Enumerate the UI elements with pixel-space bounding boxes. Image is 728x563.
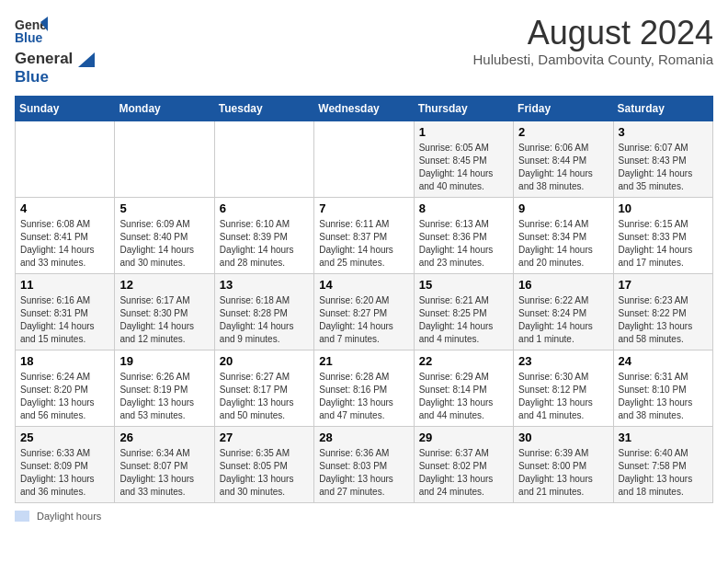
calendar-cell: 27Sunrise: 6:35 AM Sunset: 8:05 PM Dayli…: [214, 427, 313, 503]
day-number: 30: [518, 431, 608, 444]
calendar-cell: 22Sunrise: 6:29 AM Sunset: 8:14 PM Dayli…: [414, 350, 513, 427]
header-wednesday: Wednesday: [314, 97, 414, 121]
calendar-cell: [214, 121, 313, 198]
day-info: Sunrise: 6:29 AM Sunset: 8:14 PM Dayligh…: [419, 371, 508, 422]
day-number: 9: [518, 201, 608, 215]
day-info: Sunrise: 6:34 AM Sunset: 8:07 PM Dayligh…: [119, 447, 209, 499]
calendar-cell: 24Sunrise: 6:31 AM Sunset: 8:10 PM Dayli…: [613, 350, 712, 427]
calendar-cell: 13Sunrise: 6:18 AM Sunset: 8:28 PM Dayli…: [214, 274, 313, 350]
calendar-cell: [314, 121, 414, 198]
day-info: Sunrise: 6:05 AM Sunset: 8:45 PM Dayligh…: [419, 142, 508, 193]
day-number: 16: [518, 278, 608, 292]
logo: General Blue General Blue: [15, 15, 96, 86]
calendar-cell: 12Sunrise: 6:17 AM Sunset: 8:30 PM Dayli…: [115, 274, 214, 350]
calendar-cell: 29Sunrise: 6:37 AM Sunset: 8:02 PM Dayli…: [414, 427, 513, 503]
day-info: Sunrise: 6:28 AM Sunset: 8:16 PM Dayligh…: [319, 371, 408, 422]
calendar-cell: 11Sunrise: 6:16 AM Sunset: 8:31 PM Dayli…: [16, 274, 115, 350]
legend-label: Daylight hours: [37, 511, 101, 522]
calendar-cell: 30Sunrise: 6:39 AM Sunset: 8:00 PM Dayli…: [514, 427, 613, 503]
logo-general-text: General: [15, 50, 73, 67]
day-info: Sunrise: 6:10 AM Sunset: 8:39 PM Dayligh…: [220, 218, 309, 270]
day-info: Sunrise: 6:26 AM Sunset: 8:19 PM Dayligh…: [119, 371, 209, 422]
calendar-cell: 14Sunrise: 6:20 AM Sunset: 8:27 PM Dayli…: [314, 274, 414, 350]
calendar-week-row-3: 11Sunrise: 6:16 AM Sunset: 8:31 PM Dayli…: [16, 274, 713, 350]
calendar-cell: 28Sunrise: 6:36 AM Sunset: 8:03 PM Dayli…: [314, 427, 414, 503]
logo-blue-text: Blue: [15, 68, 49, 86]
calendar-cell: 23Sunrise: 6:30 AM Sunset: 8:12 PM Dayli…: [514, 350, 613, 427]
calendar-cell: 5Sunrise: 6:09 AM Sunset: 8:40 PM Daylig…: [115, 198, 214, 274]
day-number: 10: [619, 201, 708, 215]
calendar-cell: 1Sunrise: 6:05 AM Sunset: 8:45 PM Daylig…: [414, 121, 513, 198]
day-number: 7: [319, 201, 408, 215]
day-number: 1: [419, 125, 508, 139]
calendar-cell: 3Sunrise: 6:07 AM Sunset: 8:43 PM Daylig…: [613, 121, 712, 198]
calendar-cell: 21Sunrise: 6:28 AM Sunset: 8:16 PM Dayli…: [314, 350, 414, 427]
day-info: Sunrise: 6:39 AM Sunset: 8:00 PM Dayligh…: [518, 447, 608, 499]
location-title: Hulubesti, Dambovita County, Romania: [472, 52, 713, 67]
calendar-cell: 25Sunrise: 6:33 AM Sunset: 8:09 PM Dayli…: [16, 427, 115, 503]
day-number: 12: [119, 278, 209, 292]
calendar-header-row: Sunday Monday Tuesday Wednesday Thursday…: [16, 97, 713, 121]
header-tuesday: Tuesday: [214, 97, 313, 121]
day-number: 26: [119, 431, 209, 444]
logo-triangle-icon: [78, 52, 95, 67]
day-info: Sunrise: 6:31 AM Sunset: 8:10 PM Dayligh…: [619, 371, 708, 422]
day-info: Sunrise: 6:40 AM Sunset: 7:58 PM Dayligh…: [619, 447, 708, 499]
calendar-cell: 2Sunrise: 6:06 AM Sunset: 8:44 PM Daylig…: [514, 121, 613, 198]
day-info: Sunrise: 6:30 AM Sunset: 8:12 PM Dayligh…: [518, 371, 608, 422]
calendar-cell: 19Sunrise: 6:26 AM Sunset: 8:19 PM Dayli…: [115, 350, 214, 427]
day-number: 28: [319, 431, 408, 444]
calendar-cell: 31Sunrise: 6:40 AM Sunset: 7:58 PM Dayli…: [613, 427, 712, 503]
calendar-week-row-2: 4Sunrise: 6:08 AM Sunset: 8:41 PM Daylig…: [16, 198, 713, 274]
day-number: 4: [20, 201, 109, 215]
day-number: 22: [419, 354, 508, 368]
header-friday: Friday: [514, 97, 613, 121]
day-number: 5: [119, 201, 209, 215]
day-info: Sunrise: 6:22 AM Sunset: 8:24 PM Dayligh…: [518, 294, 608, 346]
day-info: Sunrise: 6:13 AM Sunset: 8:36 PM Dayligh…: [419, 218, 508, 270]
day-info: Sunrise: 6:36 AM Sunset: 8:03 PM Dayligh…: [319, 447, 408, 499]
day-number: 14: [319, 278, 408, 292]
calendar-cell: 7Sunrise: 6:11 AM Sunset: 8:37 PM Daylig…: [314, 198, 414, 274]
title-area: August 2024 Hulubesti, Dambovita County,…: [472, 15, 713, 67]
calendar-cell: 6Sunrise: 6:10 AM Sunset: 8:39 PM Daylig…: [214, 198, 313, 274]
header-sunday: Sunday: [16, 97, 115, 121]
day-info: Sunrise: 6:24 AM Sunset: 8:20 PM Dayligh…: [20, 371, 109, 422]
calendar-cell: 16Sunrise: 6:22 AM Sunset: 8:24 PM Dayli…: [514, 274, 613, 350]
day-number: 21: [319, 354, 408, 368]
day-number: 23: [518, 354, 608, 368]
day-info: Sunrise: 6:37 AM Sunset: 8:02 PM Dayligh…: [419, 447, 508, 499]
day-info: Sunrise: 6:14 AM Sunset: 8:34 PM Dayligh…: [518, 218, 608, 270]
day-info: Sunrise: 6:35 AM Sunset: 8:05 PM Dayligh…: [220, 447, 309, 499]
svg-marker-2: [78, 52, 95, 67]
calendar-cell: 17Sunrise: 6:23 AM Sunset: 8:22 PM Dayli…: [613, 274, 712, 350]
header-monday: Monday: [115, 97, 214, 121]
day-number: 20: [220, 354, 309, 368]
header-thursday: Thursday: [414, 97, 513, 121]
legend-color-box: [15, 511, 29, 522]
day-number: 31: [619, 431, 708, 444]
day-info: Sunrise: 6:09 AM Sunset: 8:40 PM Dayligh…: [119, 218, 209, 270]
calendar-cell: 26Sunrise: 6:34 AM Sunset: 8:07 PM Dayli…: [115, 427, 214, 503]
day-number: 29: [419, 431, 508, 444]
day-info: Sunrise: 6:15 AM Sunset: 8:33 PM Dayligh…: [619, 218, 708, 270]
day-info: Sunrise: 6:16 AM Sunset: 8:31 PM Dayligh…: [20, 294, 109, 346]
calendar-week-row-1: 1Sunrise: 6:05 AM Sunset: 8:45 PM Daylig…: [16, 121, 713, 198]
day-info: Sunrise: 6:06 AM Sunset: 8:44 PM Dayligh…: [518, 142, 608, 193]
day-info: Sunrise: 6:20 AM Sunset: 8:27 PM Dayligh…: [319, 294, 408, 346]
calendar-cell: [16, 121, 115, 198]
day-number: 15: [419, 278, 508, 292]
logo-icon: General Blue: [15, 15, 48, 48]
calendar-cell: 9Sunrise: 6:14 AM Sunset: 8:34 PM Daylig…: [514, 198, 613, 274]
calendar-cell: 8Sunrise: 6:13 AM Sunset: 8:36 PM Daylig…: [414, 198, 513, 274]
day-number: 6: [220, 201, 309, 215]
day-number: 18: [20, 354, 109, 368]
calendar-cell: 10Sunrise: 6:15 AM Sunset: 8:33 PM Dayli…: [613, 198, 712, 274]
day-info: Sunrise: 6:11 AM Sunset: 8:37 PM Dayligh…: [319, 218, 408, 270]
day-number: 17: [619, 278, 708, 292]
header: General Blue General Blue August 2024 Hu…: [15, 15, 713, 86]
day-info: Sunrise: 6:18 AM Sunset: 8:28 PM Dayligh…: [220, 294, 309, 346]
day-info: Sunrise: 6:17 AM Sunset: 8:30 PM Dayligh…: [119, 294, 209, 346]
calendar-week-row-4: 18Sunrise: 6:24 AM Sunset: 8:20 PM Dayli…: [16, 350, 713, 427]
day-number: 25: [20, 431, 109, 444]
